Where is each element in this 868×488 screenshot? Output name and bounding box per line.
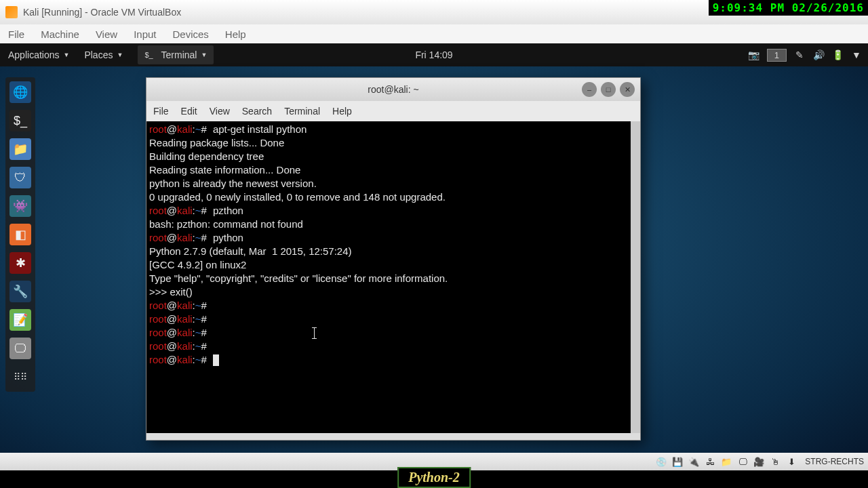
dock: 🌐 $_ 📁 🛡 👾 ◧ ✱ 🔧 📝 🖵 ⠿⠿ <box>5 77 35 392</box>
vb-title: Kali [Running] - Oracle VM VirtualBox <box>23 7 181 18</box>
vb-menubar: File Machine View Input Devices Help <box>0 24 868 43</box>
virtualbox-icon <box>5 6 18 18</box>
dock-metasploit-icon[interactable]: 🛡 <box>9 167 31 188</box>
dock-maltego-icon[interactable]: ✱ <box>9 252 31 274</box>
term-menu-help[interactable]: Help <box>332 106 352 117</box>
vb-menu-machine[interactable]: Machine <box>41 28 79 40</box>
dock-burpsuite-icon[interactable]: ◧ <box>9 224 31 245</box>
term-menu-terminal[interactable]: Terminal <box>284 106 320 117</box>
terminal-titlebar[interactable]: root@kali: ~ – □ ✕ <box>146 78 640 101</box>
vb-menu-view[interactable]: View <box>96 28 117 40</box>
dock-armitage-icon[interactable]: 👾 <box>9 195 31 217</box>
vb-hd-icon[interactable]: 💿 <box>654 455 668 468</box>
vb-hostkey-label: STRG-RECHTS <box>805 457 864 466</box>
dock-terminal-icon[interactable]: $_ <box>9 110 31 131</box>
vb-menu-devices[interactable]: Devices <box>173 28 209 40</box>
dock-files-icon[interactable]: 📁 <box>9 138 31 160</box>
recorder-icon[interactable]: 📷 <box>748 49 760 61</box>
battery-icon[interactable]: 🔋 <box>831 49 844 61</box>
dock-show-apps-icon[interactable]: ⠿⠿ <box>9 366 31 388</box>
volume-icon[interactable]: 🔊 <box>812 49 825 61</box>
vb-usb-icon[interactable]: 🔌 <box>687 455 701 468</box>
workspace-indicator[interactable]: 1 <box>767 49 787 62</box>
terminal-window: root@kali: ~ – □ ✕ File Edit View Search… <box>146 77 641 441</box>
dock-notes-icon[interactable]: 📝 <box>9 309 31 331</box>
term-menu-view[interactable]: View <box>210 106 230 117</box>
caption-overlay: Python-2 <box>397 467 471 488</box>
terminal-menubar: File Edit View Search Terminal Help <box>146 101 640 121</box>
system-menu-caret[interactable]: ▼ <box>850 49 863 61</box>
maximize-button[interactable]: □ <box>601 82 616 97</box>
vb-hostkey-icon[interactable]: ⬇ <box>785 455 798 468</box>
term-menu-file[interactable]: File <box>153 106 169 117</box>
vb-shared-icon[interactable]: 📁 <box>719 455 733 468</box>
dock-browser-icon[interactable]: 🌐 <box>9 81 31 103</box>
terminal-body[interactable]: root@kali:~# apt-get install python Read… <box>146 121 640 433</box>
term-menu-search[interactable]: Search <box>242 106 272 117</box>
vb-menu-help[interactable]: Help <box>225 28 246 40</box>
dock-tools-icon[interactable]: 🔧 <box>9 281 31 302</box>
resize-handle[interactable] <box>146 433 640 440</box>
vb-menu-file[interactable]: File <box>8 28 24 40</box>
vb-optical-icon[interactable]: 💾 <box>671 455 684 468</box>
vb-menu-input[interactable]: Input <box>134 28 156 40</box>
recording-timestamp: 9:09:34 PM 02/26/2016 <box>709 0 868 16</box>
vb-network-icon[interactable]: 🖧 <box>703 455 717 468</box>
terminal-title: root@kali: ~ <box>368 84 418 95</box>
vb-mouse-icon[interactable]: 🖱 <box>768 455 782 468</box>
ibeam-cursor <box>314 327 315 339</box>
guest-desktop: Applications▼ Places▼ $_ Terminal▼ Fri 1… <box>0 43 868 470</box>
virtualbox-window: Kali [Running] - Oracle VM VirtualBox Fi… <box>0 0 868 470</box>
gnome-topbar: Applications▼ Places▼ $_ Terminal▼ Fri 1… <box>0 43 868 66</box>
dock-tweaks-icon[interactable]: 🖵 <box>9 338 31 359</box>
close-button[interactable]: ✕ <box>620 82 635 97</box>
terminal-output: root@kali:~# apt-get install python Read… <box>149 123 628 367</box>
clock[interactable]: Fri 14:09 <box>415 49 452 60</box>
terminal-cursor <box>213 354 219 366</box>
vb-video-icon[interactable]: 🎥 <box>752 455 766 468</box>
applications-menu[interactable]: Applications▼ <box>8 49 69 60</box>
vb-display-icon[interactable]: 🖵 <box>736 455 749 468</box>
term-menu-edit[interactable]: Edit <box>181 106 197 117</box>
active-app-indicator[interactable]: $_ Terminal▼ <box>138 45 214 64</box>
accessibility-icon[interactable]: ✎ <box>793 49 806 61</box>
places-menu[interactable]: Places▼ <box>84 49 123 60</box>
minimize-button[interactable]: – <box>582 82 597 97</box>
